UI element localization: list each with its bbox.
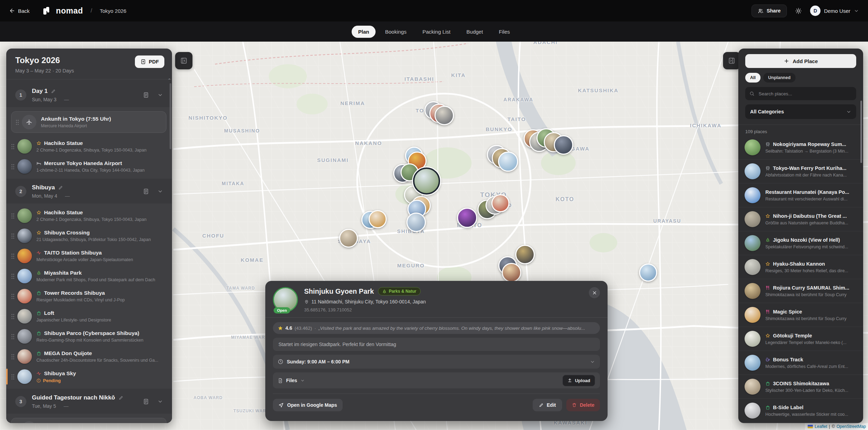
map-photo-marker[interactable]: [491, 194, 509, 212]
note-input[interactable]: [278, 341, 595, 347]
itinerary-place[interactable]: Shibuya Parco (Cyberspace Shibuya)Retro-…: [6, 326, 172, 346]
drag-handle[interactable]: [11, 374, 15, 379]
drag-handle[interactable]: [11, 354, 15, 359]
collapse-itinerary-button[interactable]: [175, 52, 192, 69]
places-scrollbar[interactable]: [860, 101, 862, 163]
edit-day-icon[interactable]: [119, 395, 123, 400]
itinerary-place[interactable]: Shibuya Crossing21 Udagawacho, Shibuya, …: [6, 226, 172, 246]
drag-handle[interactable]: [11, 273, 15, 279]
collapse-places-button[interactable]: [723, 52, 740, 69]
place-list-item[interactable]: Nihon-ji Daibutsu (The Great ...Größte a…: [738, 207, 863, 231]
itinerary-place[interactable]: LoftJapanischer Lifestyle- und Designsto…: [6, 306, 172, 326]
day-collapse-icon[interactable]: [157, 92, 163, 98]
day-header[interactable]: 3Guided Tagestour nach NikkōTue, May 5—: [6, 389, 172, 414]
export-pdf-button[interactable]: PDF: [135, 55, 164, 68]
itinerary-place[interactable]: Shibuya SkyPending: [6, 367, 172, 387]
map-photo-marker[interactable]: [502, 263, 521, 282]
map-photo-marker[interactable]: [515, 245, 535, 264]
drag-handle[interactable]: [11, 334, 15, 339]
brand-logo[interactable]: nomad: [42, 6, 83, 16]
map-photo-marker[interactable]: [369, 210, 387, 228]
place-list-item[interactable]: Nokogiriyama Ropeway Sum...Seilbahn: Tal…: [738, 136, 863, 160]
osm-link[interactable]: OpenStreetMap: [836, 424, 866, 429]
place-list-item[interactable]: Gōtokuji TempleLegendärer Tempel voller …: [738, 327, 863, 351]
tab-files[interactable]: Files: [492, 26, 517, 38]
place-thumbnail: [745, 307, 760, 323]
itinerary-place[interactable]: MEGA Don QuijoteChaotischer 24h-Discount…: [6, 346, 172, 367]
drag-handle[interactable]: [11, 313, 15, 319]
transit-icon: [765, 166, 770, 171]
map-label: KITA: [451, 72, 466, 78]
itinerary-event[interactable]: Ankunft in Tokyo (7:55 Uhr)Mercure Haned…: [11, 111, 166, 133]
user-menu[interactable]: D Demo User: [810, 6, 859, 16]
tab-plan[interactable]: Plan: [352, 26, 376, 38]
pin-icon: [304, 299, 309, 304]
tab-budget[interactable]: Budget: [460, 26, 490, 38]
close-popup-button[interactable]: [589, 287, 600, 298]
place-list-item[interactable]: Tokyo-Wan Ferry Port Kuriha...Abfahrtsst…: [738, 160, 863, 183]
scroll-up-arrow[interactable]: ⌃: [167, 78, 171, 83]
itinerary-place[interactable]: Mercure Tokyo Haneda Airport1-chōme-2-11…: [6, 156, 172, 177]
open-google-maps-button[interactable]: Open in Google Maps: [273, 399, 343, 411]
day-notes-icon[interactable]: [143, 92, 149, 98]
back-button[interactable]: Back: [9, 8, 29, 14]
day-header[interactable]: 1Day 1Sun, May 3—: [6, 82, 172, 107]
itinerary-place[interactable]: Miyashita ParkModerner Park mit Shops, F…: [6, 266, 172, 286]
drag-handle[interactable]: [11, 233, 15, 239]
day-notes-icon[interactable]: [143, 398, 149, 405]
upload-button[interactable]: Upload: [562, 375, 595, 386]
map-photo-marker[interactable]: [406, 213, 426, 232]
map-photo-marker[interactable]: [435, 106, 454, 125]
place-subtitle: Restaurant mit verschiedener Auswahl di.…: [765, 197, 849, 201]
place-list-item[interactable]: Restaurant Harunatei (Kanaya Po...Restau…: [738, 183, 863, 207]
drag-handle[interactable]: [11, 253, 15, 259]
edit-day-icon[interactable]: [51, 89, 56, 94]
leaflet-link[interactable]: Leaflet: [815, 424, 827, 429]
day-collapse-icon[interactable]: [157, 189, 163, 194]
opening-hours-row[interactable]: Sunday: 9:00 AM – 6:00 PM: [273, 355, 600, 369]
place-list-item[interactable]: Bonus TrackModernes, dörfliches Café-Are…: [738, 351, 863, 375]
place-list-item[interactable]: Hyaku-Shaku KannonRiesiges, 30 Meter hoh…: [738, 255, 863, 279]
edit-day-icon[interactable]: [58, 185, 63, 190]
itinerary-header: Tokyo 2026 May 3 – May 22 · 20 Days PDF: [6, 49, 172, 79]
day-notes-icon[interactable]: [143, 188, 149, 195]
share-button[interactable]: Share: [751, 5, 787, 17]
itinerary-scrollbar[interactable]: [170, 83, 171, 149]
itinerary-place[interactable]: Hachiko Statue2 Chome-1 Dogenzaka, Shibu…: [6, 206, 172, 226]
shopping-icon: [36, 351, 41, 356]
itinerary-place[interactable]: TAITO Station ShibuyaMehrstöckige Arcade…: [6, 246, 172, 266]
map-photo-marker[interactable]: [554, 135, 573, 155]
drag-handle[interactable]: [11, 144, 15, 149]
day-header[interactable]: 2ShibuyaMon, May 4—: [6, 179, 172, 204]
place-list-item[interactable]: Rojiura Curry SAMURAI. Shim...Shimokitaz…: [738, 279, 863, 303]
map-photo-marker[interactable]: [457, 208, 477, 228]
drag-handle[interactable]: [11, 293, 15, 299]
place-list-item[interactable]: Jigoku Nozoki (View of Hell)Spektakuläre…: [738, 231, 863, 255]
edit-place-button[interactable]: Edit: [533, 399, 562, 411]
map-photo-marker[interactable]: [639, 264, 657, 282]
tab-packing-list[interactable]: Packing List: [416, 26, 457, 38]
map-photo-marker[interactable]: [339, 229, 358, 248]
place-list-item[interactable]: Village Vanguard: [738, 423, 863, 423]
delete-place-button[interactable]: Delete: [566, 399, 600, 411]
filter-unplanned[interactable]: Unplanned: [763, 73, 796, 83]
drag-handle[interactable]: [11, 164, 15, 169]
tab-bookings[interactable]: Bookings: [378, 26, 413, 38]
day-collapse-icon[interactable]: [157, 399, 163, 404]
map-photo-marker-selected[interactable]: [413, 167, 440, 195]
map-photo-marker[interactable]: [498, 152, 518, 172]
place-list-item[interactable]: 3COINS ShimokitazawaStylischer 300-Yen-L…: [738, 375, 863, 399]
category-filter-dropdown[interactable]: All Categories: [745, 104, 856, 119]
drag-handle[interactable]: [11, 213, 15, 218]
filter-all[interactable]: All: [745, 73, 760, 83]
drag-handle[interactable]: [16, 119, 19, 125]
itinerary-place[interactable]: Tower Records ShibuyaRiesiger Musikladen…: [6, 286, 172, 306]
itinerary-place[interactable]: Hachiko Statue2 Chome-1 Dogenzaka, Shibu…: [6, 136, 172, 156]
place-list-item[interactable]: Magic SpiceShimokitazawa ist berühmt für…: [738, 303, 863, 327]
search-places-input[interactable]: [758, 91, 852, 97]
chevron-down-icon[interactable]: [300, 378, 305, 383]
theme-toggle-button[interactable]: [793, 7, 804, 15]
add-place-button[interactable]: Add Place: [745, 54, 856, 68]
place-list-item[interactable]: B-Side LabelHochwertige, wasserfeste Sti…: [738, 399, 863, 423]
itinerary-event[interactable]: Treffpunkt für Abreise (7:55 Uhr)Bus Ter…: [11, 418, 166, 423]
